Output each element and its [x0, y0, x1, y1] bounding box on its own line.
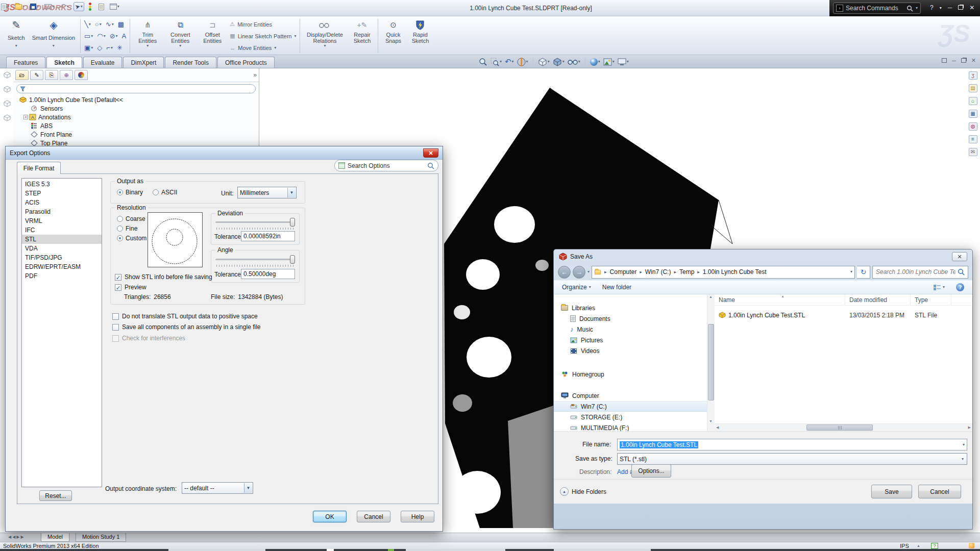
model-tab[interactable]: Model	[41, 533, 69, 542]
apply-scene-button[interactable]: ▾	[603, 58, 615, 66]
displaymanager-tab[interactable]	[75, 70, 88, 80]
refresh-button[interactable]: ↻	[857, 266, 870, 279]
search-icon[interactable]	[958, 268, 965, 276]
preview-checkbox[interactable]: ✓Preview	[115, 284, 146, 291]
organize-button[interactable]: Organize▾	[562, 284, 591, 291]
polygon-tool[interactable]: ◇	[97, 44, 102, 52]
previous-view-button[interactable]: ↶▾	[505, 57, 514, 66]
tab-office-products[interactable]: Office Products	[217, 57, 275, 68]
propertymanager-tab[interactable]: ✎	[30, 70, 43, 80]
solidworks-resources-icon[interactable]: ʒ	[969, 71, 977, 80]
circle-tool[interactable]: ○▾	[95, 20, 102, 28]
offset-entities-button[interactable]: ⊐ Offset Entities	[197, 17, 228, 55]
motion-study-tab[interactable]: Motion Study 1	[76, 533, 126, 542]
search-icon[interactable]	[906, 5, 913, 12]
quick-snaps-button[interactable]: ⊙ Quick Snaps	[380, 17, 406, 55]
sketch-button[interactable]: ✎ Sketch ▾	[4, 17, 29, 55]
vertical-scrollbar[interactable]: ▲ ▼	[707, 294, 715, 431]
save-as-close-button[interactable]: ✕	[952, 252, 967, 261]
quick-tips-icon[interactable]: ?	[931, 543, 938, 549]
tree-filter-input[interactable]	[16, 84, 256, 93]
format-item[interactable]: IGES 5.3	[22, 180, 102, 189]
search-icon[interactable]	[427, 162, 434, 169]
custom-properties-icon[interactable]: ≡	[969, 135, 977, 143]
save-type-dropdown[interactable]: STL (*.stl) ▾	[617, 453, 967, 465]
nav-drive-e[interactable]: STORAGE (E:)	[554, 412, 707, 422]
doc-minimize-icon[interactable]: ─	[952, 58, 956, 64]
scrollbar-thumb[interactable]	[708, 324, 714, 400]
view-orientation-button[interactable]: ▾	[538, 58, 550, 66]
hide-show-items-button[interactable]: ▾	[568, 58, 580, 65]
nav-music[interactable]: ♪Music	[554, 324, 707, 335]
file-name-dropdown-caret[interactable]: ▾	[963, 443, 965, 447]
export-dialog-titlebar[interactable]: Export Options ✕	[6, 146, 443, 160]
trim-entities-button[interactable]: ⋔ Trim Entities ▾	[132, 17, 163, 55]
nav-videos[interactable]: Videos	[554, 345, 707, 356]
tab-scroll-arrows[interactable]: ◀◀▶▶	[8, 535, 25, 539]
minimize-button[interactable]: ─	[945, 4, 955, 11]
traffic-light-button[interactable]	[88, 2, 94, 11]
options-button-qat[interactable]: ▾	[109, 3, 120, 10]
units-caret[interactable]: ▲	[917, 544, 920, 547]
line-tool[interactable]: ╲▾	[84, 20, 91, 28]
deviation-slider[interactable]	[215, 218, 295, 227]
zoom-area-button[interactable]: ▾	[491, 58, 502, 66]
format-item[interactable]: STEP	[22, 189, 102, 198]
view-palette-icon[interactable]: ▦	[969, 110, 977, 118]
nav-pictures[interactable]: Pictures	[554, 335, 707, 345]
breadcrumb-temp[interactable]: Temp	[679, 268, 694, 276]
nav-drive-c[interactable]: Win7 (C:)	[554, 401, 707, 412]
format-list[interactable]: IGES 5.3 STEP ACIS Parasolid VRML IFC ST…	[21, 178, 102, 487]
view-cube-icon[interactable]	[4, 114, 11, 121]
cancel-button[interactable]: Cancel	[357, 511, 390, 522]
format-item[interactable]: VRML	[22, 216, 102, 226]
appearances-scenes-icon[interactable]: ◍	[969, 122, 977, 131]
view-cube-icon[interactable]	[4, 86, 11, 93]
coarse-radio[interactable]: Coarse	[117, 215, 145, 222]
selection-box-tool[interactable]: ▩	[118, 20, 124, 28]
view-settings-button[interactable]: ▾	[618, 58, 629, 66]
angle-tolerance-field[interactable]: 0.50000deg	[241, 269, 295, 279]
tab-evaluate[interactable]: Evaluate	[83, 57, 122, 68]
format-item[interactable]: Parasolid	[22, 207, 102, 216]
format-item[interactable]: IFC	[22, 226, 102, 235]
smart-dimension-button[interactable]: ◈ Smart Dimension ▾	[29, 17, 79, 55]
breadcrumb[interactable]: ▸ Computer ▸ Win7 (C:) ▸ Temp ▸ 1.00in L…	[592, 266, 855, 279]
tab-features[interactable]: Features	[6, 57, 45, 68]
tree-root-item[interactable]: 1.00in Lynch Cube Test (Default<<	[13, 95, 259, 104]
restore-button[interactable]	[955, 4, 966, 11]
expand-icon[interactable]: +	[23, 115, 28, 119]
file-format-tab[interactable]: File Format	[17, 162, 61, 174]
view-cube-icon[interactable]	[4, 71, 11, 79]
help-caret[interactable]: ▾	[937, 4, 944, 11]
format-item[interactable]: PDF	[22, 271, 102, 281]
breadcrumb-drive[interactable]: Win7 (C:)	[645, 268, 671, 276]
configurationmanager-tab[interactable]: ⎘	[45, 70, 58, 80]
scroll-up-arrow[interactable]: ▲	[709, 295, 713, 298]
column-type[interactable]: Type	[911, 294, 951, 305]
linear-pattern-button[interactable]: ▦ Linear Sketch Pattern ▾	[230, 31, 296, 41]
breadcrumb-computer[interactable]: Computer	[610, 268, 637, 276]
deviation-tolerance-field[interactable]: 0.00008592in	[241, 231, 295, 241]
show-stl-info-checkbox[interactable]: ✓Show STL info before file saving	[115, 273, 212, 281]
search-commands-input[interactable]: › Search Commands ▾	[833, 3, 921, 14]
format-item[interactable]: TIF/PSD/JPG	[22, 253, 102, 262]
units-indicator[interactable]: IPS	[900, 543, 909, 549]
fine-radio[interactable]: Fine	[117, 225, 137, 232]
section-view-button[interactable]: ▾	[517, 58, 528, 66]
breadcrumb-current-folder[interactable]: 1.00in Lynch Cube Test	[703, 268, 767, 276]
scrollbar-thumb[interactable]	[806, 424, 873, 431]
export-close-button[interactable]: ✕	[423, 148, 438, 158]
fillet-tool[interactable]: ⌐▾	[106, 44, 113, 52]
featuremanager-tab[interactable]: 🗁	[15, 70, 29, 80]
rapid-sketch-button[interactable]: Rapid Sketch	[406, 17, 434, 55]
ascii-radio[interactable]: ASCII	[153, 189, 177, 196]
select-button[interactable]: ➤▾	[74, 2, 84, 11]
convert-entities-button[interactable]: ⧉ Convert Entities ▾	[163, 17, 197, 55]
tag-icon[interactable]	[969, 543, 974, 548]
custom-radio[interactable]: Custom	[117, 235, 146, 242]
design-library-icon[interactable]: ▤	[969, 84, 977, 92]
doc-close-icon[interactable]: ✕	[971, 57, 976, 64]
nav-documents[interactable]: Documents	[554, 313, 707, 324]
file-name-input[interactable]: 1.00in Lynch Cube Test.STL ▾	[617, 439, 967, 450]
